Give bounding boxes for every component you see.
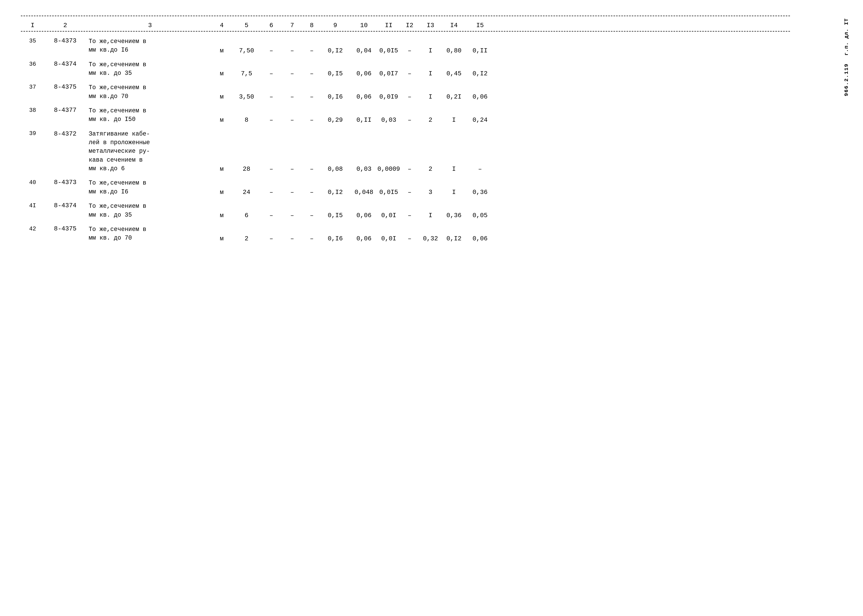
header-col-5: 5 <box>232 22 261 29</box>
table-outer: I 2 3 4 5 6 7 8 9 10 II I2 I3 I4 I5 35 8… <box>21 16 842 244</box>
table-row: 38 8-4377 То же,сечением в мм кв. до I50… <box>21 105 790 126</box>
side-label-top: г.п. дл. IT <box>843 18 850 55</box>
header-col-8: 8 <box>302 22 321 29</box>
header-col-6: 6 <box>261 22 282 29</box>
header-col-3: 3 <box>86 22 211 29</box>
table-row: 42 8-4375 То же,сечением в мм кв. до 70 … <box>21 224 790 244</box>
table-row: 37 8-4375 То же,сечением в мм кв.до 70 м… <box>21 82 790 102</box>
table-row: 4I 8-4374 То же,сечением в мм кв. до 35 … <box>21 201 790 221</box>
header-col-10: 10 <box>350 22 378 29</box>
header-col-4: 4 <box>211 22 232 29</box>
header-col-14: I4 <box>441 22 467 29</box>
header-col-12: I2 <box>399 22 420 29</box>
header-col-11: II <box>378 22 399 29</box>
side-annotation: г.п. дл. IT 966.2.119 <box>843 16 850 96</box>
header-col-13: I3 <box>420 22 441 29</box>
header-col-7: 7 <box>282 22 302 29</box>
header-col-9: 9 <box>321 22 350 29</box>
header-col-1: I <box>21 22 44 29</box>
header-col-2: 2 <box>44 22 86 29</box>
table-row: 40 8-4373 То же,сечением в мм кв.до I6 м… <box>21 177 790 198</box>
page: I 2 3 4 5 6 7 8 9 10 II I2 I3 I4 I5 35 8… <box>21 16 842 244</box>
side-label-mid: 966.2.119 <box>843 63 850 96</box>
table-row: 36 8-4374 То же,сечением в мм кв. до 35 … <box>21 59 790 80</box>
header-col-15: I5 <box>467 22 493 29</box>
table-row: 35 8-4373 То же,сечением в мм кв.до I6 м… <box>21 36 790 56</box>
table-row: 39 8-4372 Затягивание кабе- лей в пролож… <box>21 128 790 175</box>
header-row: I 2 3 4 5 6 7 8 9 10 II I2 I3 I4 I5 <box>21 16 790 31</box>
